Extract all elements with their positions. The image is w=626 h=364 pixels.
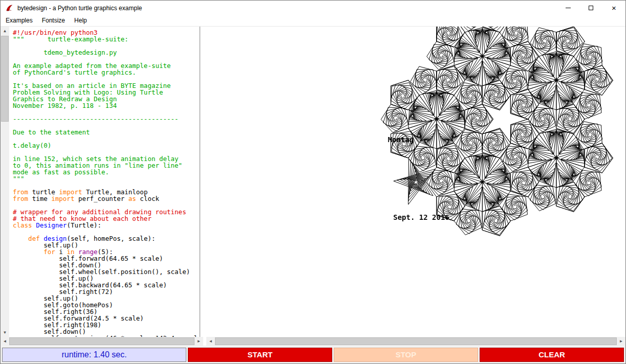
canvas-scroll-left-icon[interactable]: ◄	[206, 337, 215, 346]
code-vscroll-thumb[interactable]	[1, 36, 9, 122]
app-window: bytedesign - a Python turtle graphics ex…	[0, 0, 626, 364]
stop-button[interactable]: STOP	[334, 348, 478, 362]
canvas-horizontal-scrollbar[interactable]: ◄ ►	[206, 337, 625, 346]
maximize-icon	[589, 6, 593, 10]
canvas-scroll-right-icon[interactable]: ►	[617, 337, 625, 346]
pane-divider[interactable]	[200, 27, 206, 337]
runtime-label: runtime: 1.40 sec.	[2, 348, 186, 362]
window-title: bytedesign - a Python turtle graphics ex…	[17, 5, 142, 12]
code-line: tdemo_bytedesign.py	[13, 49, 200, 56]
app-icon	[5, 4, 13, 12]
menu-help[interactable]: Help	[70, 16, 92, 26]
scroll-up-icon[interactable]: ▲	[1, 27, 9, 35]
main-area: ▲ ▼ #!/usr/bin/env python3""" turtle-exa…	[1, 27, 625, 337]
close-button[interactable]: ×	[602, 1, 625, 15]
start-button[interactable]: START	[188, 348, 332, 362]
canvas-hscroll-thumb[interactable]	[215, 337, 617, 345]
horizontal-scrollbars: ◄ ► ◄ ►	[1, 337, 625, 346]
code-line: of PythonCard's turtle graphics.	[13, 69, 200, 76]
code-line: class Designer(Turtle):	[13, 222, 200, 229]
code-line: from time import perf_counter as clock	[13, 195, 200, 202]
menu-bar: Examples Fontsize Help	[1, 15, 625, 27]
close-icon: ×	[612, 4, 616, 12]
menu-fontsize[interactable]: Fontsize	[37, 16, 70, 26]
code-line: t.delay(0)	[13, 142, 200, 149]
scroll-down-icon[interactable]: ▼	[1, 328, 9, 337]
turtle-canvas[interactable]	[206, 27, 625, 337]
minimize-button[interactable]	[556, 1, 579, 15]
code-vertical-scrollbar[interactable]: ▲ ▼	[1, 27, 9, 337]
code-line: ----------------------------------------…	[13, 116, 200, 122]
code-scroll-left-icon[interactable]: ◄	[1, 337, 9, 346]
maximize-button[interactable]	[579, 1, 602, 15]
title-bar: bytedesign - a Python turtle graphics ex…	[1, 1, 625, 15]
code-text: #!/usr/bin/env python3""" turtle-example…	[13, 29, 200, 337]
code-hscroll-thumb[interactable]	[9, 337, 195, 345]
turtle-canvas-area	[206, 27, 625, 337]
code-line: """	[13, 175, 200, 182]
window-controls: ×	[556, 1, 625, 15]
code-line: mode as fast as possible.	[13, 169, 200, 175]
status-bar: runtime: 1.40 sec. START STOP CLEAR	[1, 346, 625, 363]
code-line: November 1982, p. 118 - 134	[13, 102, 200, 109]
code-scroll-right-icon[interactable]: ►	[195, 337, 203, 346]
minimize-icon	[566, 8, 571, 8]
code-line: """ turtle-example-suite:	[13, 36, 200, 42]
code-viewer[interactable]: #!/usr/bin/env python3""" turtle-example…	[9, 27, 200, 337]
clear-button[interactable]: CLEAR	[480, 348, 624, 362]
code-horizontal-scrollbar[interactable]: ◄ ►	[1, 337, 203, 346]
code-line: Due to the statement	[13, 129, 200, 135]
menu-examples[interactable]: Examples	[1, 16, 37, 26]
